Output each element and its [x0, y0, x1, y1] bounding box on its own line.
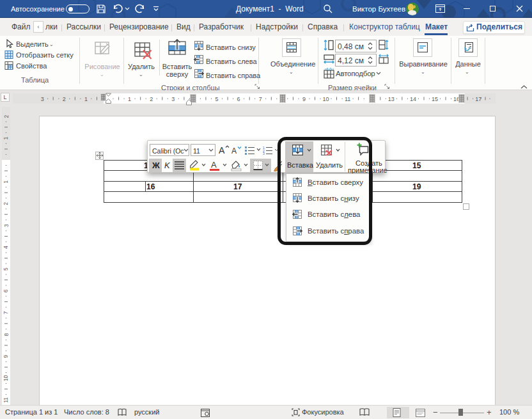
svg-text:1: 1 [3, 136, 10, 139]
svg-text:8: 8 [3, 333, 10, 336]
svg-text:9: 9 [3, 354, 10, 358]
svg-text:14: 14 [410, 96, 416, 102]
svg-text:А: А [231, 146, 237, 155]
svg-text:5: 5 [3, 267, 10, 271]
svg-text:17: 17 [475, 96, 481, 102]
svg-text:11: 11 [3, 397, 10, 403]
svg-text:6: 6 [3, 289, 10, 292]
svg-text:9: 9 [302, 96, 306, 102]
svg-text:3: 3 [41, 96, 44, 102]
svg-text:2: 2 [3, 202, 10, 205]
svg-text:15: 15 [432, 96, 438, 102]
svg-text:1: 1 [84, 96, 88, 102]
svg-text:1: 1 [3, 180, 10, 184]
svg-text:3: 3 [263, 152, 265, 155]
svg-text:2: 2 [3, 115, 10, 118]
svg-text:5: 5 [215, 96, 218, 102]
svg-text:2: 2 [63, 96, 66, 102]
svg-text:3: 3 [171, 96, 175, 102]
svg-text:1: 1 [128, 96, 131, 102]
svg-text:11: 11 [345, 96, 350, 102]
svg-text:13: 13 [388, 96, 395, 102]
svg-text:4: 4 [3, 246, 10, 249]
svg-text:10: 10 [322, 96, 329, 102]
svg-text:3: 3 [3, 224, 10, 227]
svg-text:10: 10 [3, 375, 10, 381]
svg-text:2: 2 [150, 96, 153, 102]
svg-text:6: 6 [237, 96, 240, 102]
svg-text:7: 7 [3, 311, 10, 314]
svg-text:А: А [219, 145, 225, 155]
svg-text:7: 7 [259, 96, 262, 102]
